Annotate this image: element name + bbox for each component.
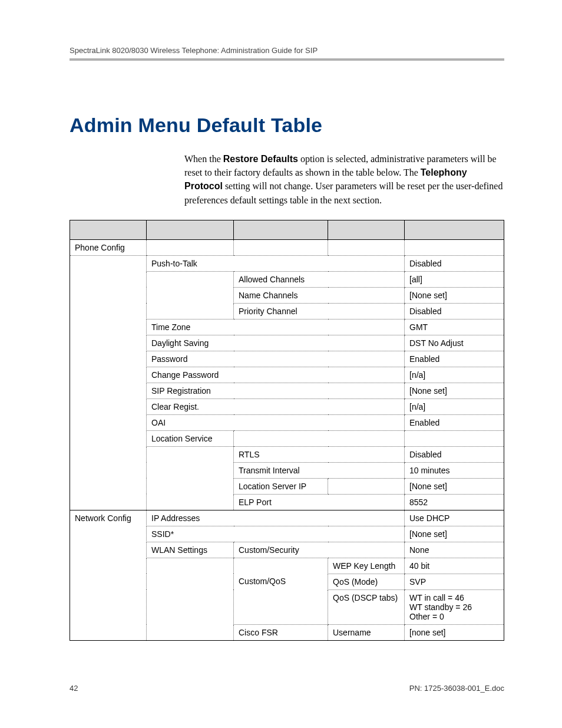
table-row: QoS (DSCP tabs) WT in call = 46 WT stand… bbox=[70, 589, 504, 624]
part-number: PN: 1725-36038-001_E.doc bbox=[409, 684, 504, 693]
table-row: RTLS Disabled bbox=[70, 446, 504, 462]
table-row: Custom/QoS QoS (Mode) SVP bbox=[70, 574, 504, 589]
table-row: Transmit Interval 10 minutes bbox=[70, 462, 504, 478]
param-label: QoS (Mode) bbox=[328, 574, 405, 589]
table-row: Password Enabled bbox=[70, 351, 504, 367]
page-title: Admin Menu Default Table bbox=[70, 114, 504, 137]
table-row: Cisco FSR Username [none set] bbox=[70, 624, 504, 640]
param-label: RTLS bbox=[234, 446, 328, 462]
intro-bold-restore: Restore Defaults bbox=[223, 154, 298, 164]
param-value: 40 bit bbox=[405, 558, 504, 574]
param-label: Daylight Saving bbox=[147, 335, 234, 351]
intro-text: When the bbox=[184, 154, 223, 164]
table-row: Change Password [n/a] bbox=[70, 367, 504, 383]
param-label: Cisco FSR bbox=[234, 624, 328, 640]
table-row: Priority Channel Disabled bbox=[70, 303, 504, 319]
param-label: Custom/Security bbox=[234, 542, 328, 558]
param-label: Clear Regist. bbox=[147, 398, 234, 414]
table-header-row bbox=[70, 220, 504, 239]
param-label: Password bbox=[147, 351, 234, 367]
table-row: OAI Enabled bbox=[70, 414, 504, 430]
param-label: IP Addresses bbox=[147, 510, 234, 526]
table-row: Location Server IP [None set] bbox=[70, 478, 504, 494]
param-value: SVP bbox=[405, 574, 504, 589]
param-value: [None set] bbox=[405, 526, 504, 542]
param-label: Time Zone bbox=[147, 319, 234, 335]
param-label: Location Service bbox=[147, 430, 234, 446]
param-label: SSID* bbox=[147, 526, 234, 542]
param-label: SIP Registration bbox=[147, 383, 234, 398]
param-value: None bbox=[405, 542, 504, 558]
param-label: Location Server IP bbox=[234, 478, 328, 494]
intro-paragraph: When the Restore Defaults option is sele… bbox=[184, 152, 504, 207]
page-number: 42 bbox=[70, 684, 78, 693]
param-value: [n/a] bbox=[405, 367, 504, 383]
param-value: 8552 bbox=[405, 494, 504, 510]
param-value: [None set] bbox=[405, 287, 504, 303]
param-label: WLAN Settings bbox=[147, 542, 234, 558]
param-value: 10 minutes bbox=[405, 462, 504, 478]
intro-text: setting will not change. User parameters… bbox=[184, 181, 503, 205]
param-label: Priority Channel bbox=[234, 303, 328, 319]
param-label: WEP Key Length bbox=[328, 558, 405, 574]
param-value: Enabled bbox=[405, 351, 504, 367]
table-row: SSID* [None set] bbox=[70, 526, 504, 542]
param-label: QoS (DSCP tabs) bbox=[328, 589, 405, 624]
page-footer: 42 PN: 1725-36038-001_E.doc bbox=[70, 684, 504, 693]
param-value: Disabled bbox=[405, 255, 504, 271]
table-row: Name Channels [None set] bbox=[70, 287, 504, 303]
param-label: ELP Port bbox=[234, 494, 328, 510]
param-value: Disabled bbox=[405, 446, 504, 462]
table-row: Phone Config bbox=[70, 239, 504, 255]
param-value: GMT bbox=[405, 319, 504, 335]
param-value: Enabled bbox=[405, 414, 504, 430]
table-row: Clear Regist. [n/a] bbox=[70, 398, 504, 414]
param-value: [None set] bbox=[405, 478, 504, 494]
header-rule bbox=[70, 58, 504, 61]
param-label: Name Channels bbox=[234, 287, 328, 303]
param-label: Custom/QoS bbox=[234, 574, 328, 589]
param-value: Disabled bbox=[405, 303, 504, 319]
param-label: OAI bbox=[147, 414, 234, 430]
table-row: WEP Key Length 40 bit bbox=[70, 558, 504, 574]
table-row: Network Config IP Addresses Use DHCP bbox=[70, 510, 504, 526]
param-value: WT in call = 46 WT standby = 26 Other = … bbox=[405, 589, 504, 624]
param-label: Push-to-Talk bbox=[147, 255, 234, 271]
section-label: Network Config bbox=[70, 510, 147, 526]
param-value: DST No Adjust bbox=[405, 335, 504, 351]
table-row: Push-to-Talk Disabled bbox=[70, 255, 504, 271]
document-page: SpectraLink 8020/8030 Wireless Telephone… bbox=[0, 0, 562, 728]
param-value: [None set] bbox=[405, 383, 504, 398]
defaults-table: Phone Config Push-to-Talk Disabled Allow… bbox=[70, 220, 504, 641]
running-header: SpectraLink 8020/8030 Wireless Telephone… bbox=[70, 46, 504, 55]
table-row: SIP Registration [None set] bbox=[70, 383, 504, 398]
param-label: Transmit Interval bbox=[234, 462, 328, 478]
table-row: Daylight Saving DST No Adjust bbox=[70, 335, 504, 351]
param-value: [all] bbox=[405, 271, 504, 287]
table-row: Location Service bbox=[70, 430, 504, 446]
table-row: ELP Port 8552 bbox=[70, 494, 504, 510]
param-value: [n/a] bbox=[405, 398, 504, 414]
param-label: Allowed Channels bbox=[234, 271, 328, 287]
param-value: [none set] bbox=[405, 624, 504, 640]
param-value: Use DHCP bbox=[405, 510, 504, 526]
table-row: Allowed Channels [all] bbox=[70, 271, 504, 287]
param-label: Username bbox=[328, 624, 405, 640]
section-label: Phone Config bbox=[70, 239, 147, 255]
table-row: WLAN Settings Custom/Security None bbox=[70, 542, 504, 558]
table-row: Time Zone GMT bbox=[70, 319, 504, 335]
param-label: Change Password bbox=[147, 367, 234, 383]
